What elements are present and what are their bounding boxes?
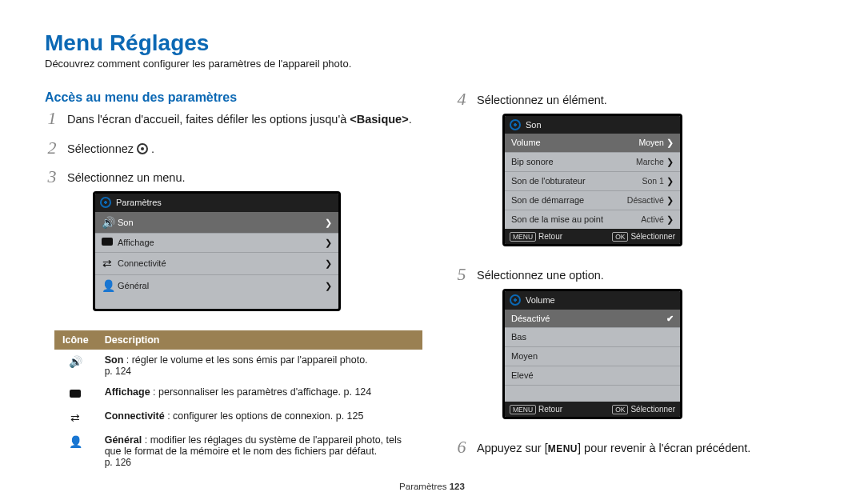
- volume-row-bas[interactable]: Bas: [505, 328, 680, 347]
- dial-icon: [100, 197, 111, 208]
- speaker-icon: [102, 215, 113, 230]
- row-name: Général: [105, 434, 142, 446]
- row-label: Son: [118, 217, 320, 229]
- panel-son-menu: Son Volume Moyen ❯ Bip sonore Marche ❯: [502, 114, 682, 247]
- chevron-right-icon: ❯: [666, 157, 674, 166]
- volume-row-desactive[interactable]: Désactivé ✔: [505, 310, 680, 329]
- chevron-right-icon: ❯: [325, 280, 332, 292]
- row-desc: : régler le volume et les sons émis par …: [123, 354, 367, 366]
- son-row-mise-au-point[interactable]: Son de la mise au point Activé ❯: [505, 210, 680, 229]
- step-6: 6 Appuyez sur [MENU] pour revenir à l'éc…: [454, 438, 819, 457]
- step-1-text-a: Dans l'écran d'accueil, faites défiler l…: [67, 113, 350, 126]
- page-subtitle: Découvrez comment configurer les paramèt…: [45, 58, 819, 70]
- row-page: p. 124: [105, 366, 131, 377]
- son-row-volume[interactable]: Volume Moyen ❯: [505, 134, 680, 153]
- chevron-right-icon: ❯: [325, 217, 332, 229]
- step-number: 5: [454, 266, 469, 283]
- right-column: 4 Sélectionnez un élément. Son Volume Mo…: [454, 86, 819, 473]
- ok-tag: OK: [612, 405, 628, 414]
- speaker-icon: [69, 354, 82, 368]
- footer-ok[interactable]: Sélectionner: [630, 232, 675, 241]
- row-name: Son: [105, 354, 124, 366]
- panel4-title: Son: [526, 119, 542, 131]
- panel3-title: Paramètres: [116, 197, 162, 209]
- step-6-a: Appuyez sur [: [477, 442, 548, 454]
- dial-icon: [510, 294, 521, 306]
- table-row: Son : régler le volume et les sons émis …: [54, 350, 422, 382]
- footer-back[interactable]: Retour: [538, 232, 562, 241]
- step-number: 3: [45, 168, 59, 186]
- row-label: Général: [118, 280, 320, 292]
- row-label: Volume: [511, 137, 634, 149]
- check-icon: ✔: [666, 313, 674, 325]
- step-2-after: .: [151, 142, 154, 155]
- panel5-title: Volume: [526, 294, 555, 306]
- row-value: Activé: [641, 214, 664, 224]
- menu-tag: MENU: [510, 405, 536, 414]
- settings-row-son[interactable]: Son ❯: [95, 212, 338, 234]
- chevron-right-icon: ❯: [666, 195, 674, 205]
- step-1: 1 Dans l'écran d'accueil, faites défiler…: [45, 110, 422, 128]
- footer-page-number: 123: [450, 482, 465, 491]
- step-2: 2 Sélectionnez .: [45, 139, 422, 158]
- step-1-bold: <Basique>: [350, 113, 408, 126]
- row-label: Elevé: [511, 370, 674, 382]
- row-label: Affichage: [118, 237, 320, 249]
- settings-row-affichage[interactable]: Affichage ❯: [95, 234, 338, 253]
- step-number: 4: [454, 90, 469, 108]
- son-row-bip[interactable]: Bip sonore Marche ❯: [505, 153, 680, 172]
- step-2-text: Sélectionnez: [67, 142, 137, 155]
- footer-ok[interactable]: Sélectionner: [630, 405, 675, 414]
- row-label: Connectivité: [118, 258, 320, 270]
- row-desc: : modifier les réglages du système de l'…: [105, 434, 402, 457]
- row-label: Moyen: [511, 350, 674, 362]
- row-value: Son 1: [642, 176, 663, 186]
- row-label: Son de l'obturateur: [511, 175, 637, 187]
- volume-row-empty: [505, 386, 680, 402]
- volume-row-moyen[interactable]: Moyen: [505, 347, 680, 366]
- icon-description-table: Icône Description Son : régler le volume…: [54, 330, 422, 473]
- step-6-b: ] pour revenir à l'écran précédent.: [578, 442, 750, 454]
- section-heading-access: Accès au menu des paramètres: [45, 90, 422, 105]
- row-name: Affichage: [105, 386, 150, 398]
- row-desc: : configurer les options de connexion. p…: [165, 410, 364, 422]
- step-1-text-c: .: [409, 113, 412, 126]
- volume-row-eleve[interactable]: Elevé: [505, 366, 680, 386]
- panel-settings-menu: Paramètres Son ❯ Affichage ❯: [93, 191, 341, 311]
- settings-row-connectivite[interactable]: Connectivité ❯: [95, 253, 338, 275]
- settings-row-general[interactable]: Général ❯: [95, 275, 338, 297]
- display-icon: [70, 390, 81, 398]
- row-value: Moyen: [638, 138, 664, 147]
- network-icon: [70, 410, 80, 424]
- row-desc: : personnaliser les paramètres d'afficha…: [150, 386, 372, 398]
- chevron-right-icon: ❯: [666, 176, 674, 186]
- menu-tag: MENU: [510, 232, 536, 242]
- step-4: 4 Sélectionnez un élément. Son Volume Mo…: [454, 90, 819, 254]
- row-label: Bas: [511, 331, 674, 343]
- step-5-text: Sélectionnez une option.: [477, 269, 604, 282]
- dial-icon: [510, 119, 521, 130]
- person-icon: [102, 278, 113, 294]
- step-4-text: Sélectionnez un élément.: [477, 94, 607, 106]
- row-label: Son de la mise au point: [511, 214, 636, 226]
- son-row-demarrage[interactable]: Son de démarrage Désactivé ❯: [505, 191, 680, 210]
- table-row: Affichage : personnaliser les paramètres…: [54, 382, 422, 406]
- left-column: Accès au menu des paramètres 1 Dans l'éc…: [45, 86, 422, 473]
- menu-key-icon: MENU: [548, 442, 578, 455]
- chevron-right-icon: ❯: [666, 138, 674, 147]
- son-row-obturateur[interactable]: Son de l'obturateur Son 1 ❯: [505, 172, 680, 191]
- table-row: Général : modifier les réglages du systè…: [54, 430, 422, 473]
- page-footer: Paramètres 123: [0, 482, 864, 491]
- page-title: Menu Réglages: [45, 30, 819, 56]
- panel-volume-menu: Volume Désactivé ✔ Bas Moyen: [502, 289, 682, 420]
- step-5: 5 Sélectionnez une option. Volume Désact…: [454, 266, 819, 427]
- row-name: Connectivité: [105, 410, 165, 422]
- step-number: 1: [45, 110, 59, 127]
- row-value: Désactivé: [627, 195, 664, 205]
- row-page: p. 126: [105, 457, 131, 468]
- ok-tag: OK: [612, 232, 628, 242]
- chevron-right-icon: ❯: [325, 258, 332, 270]
- th-desc: Description: [97, 330, 422, 350]
- footer-back[interactable]: Retour: [538, 405, 562, 414]
- step-number: 6: [454, 438, 469, 456]
